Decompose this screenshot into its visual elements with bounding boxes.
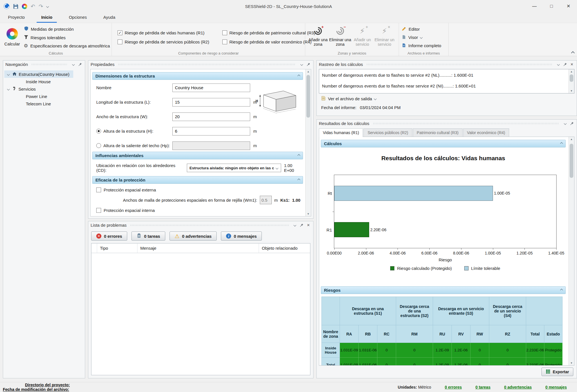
calcular-button[interactable]: Calcular	[2, 24, 23, 50]
maximize-button[interactable]: □	[543, 0, 560, 12]
section-header-influencias[interactable]: Influencias ambientales	[92, 152, 303, 159]
anadir-zona-button[interactable]: + Añadir una zona	[307, 24, 329, 50]
project-directory-label[interactable]: Directorio del proyecto:	[25, 383, 70, 387]
scroll-up-icon[interactable]: ▲	[306, 69, 311, 74]
pin-icon[interactable]	[569, 121, 574, 126]
trace-title-bar[interactable]: Rastreo de los cálculos ✕	[317, 61, 577, 68]
scroll-up-icon[interactable]: ▲	[569, 137, 574, 141]
panel-chevron-icon[interactable]	[292, 223, 297, 228]
errors-filter-button[interactable]: ✕ 0 errores	[91, 232, 127, 241]
tree-item-estructura[interactable]: Estructura(Country House)	[4, 70, 73, 78]
output-file-dropdown[interactable]: Ver el archivo de salida	[321, 96, 577, 101]
status-messages-link[interactable]: 0 mensajes	[545, 385, 567, 389]
pin-icon[interactable]	[78, 62, 83, 67]
scroll-up-icon[interactable]: ▲	[569, 69, 574, 74]
export-button[interactable]: Exportar	[542, 368, 573, 376]
tree-item-power-line[interactable]: Power Line	[4, 93, 51, 100]
eliminar-zona-button[interactable]: − Eliminar una zona	[329, 24, 351, 50]
section-header-eficacia[interactable]: Eficacia de la protección	[92, 176, 303, 184]
informe-completo-button[interactable]: Informe completo	[402, 43, 441, 48]
minimize-button[interactable]: —	[526, 0, 543, 12]
anadir-servicio-button[interactable]: ⚡ + Añadir un servicio	[351, 24, 373, 50]
redo-icon[interactable]: ↷	[39, 4, 43, 9]
ribbon-collapse-chevron-icon[interactable]	[571, 51, 575, 55]
expand-chevron-icon[interactable]	[7, 88, 10, 90]
close-panel-icon[interactable]: ✕	[306, 223, 311, 228]
checkbox-riesgo-r1[interactable]: ✓ Riesgo de pérdida de vidas humanas (R1…	[118, 30, 209, 35]
tree-item-telecom-line[interactable]: Telecom Line	[4, 100, 55, 107]
checkbox-riesgo-r3[interactable]: Riesgo de pérdida de patrimonio cultural…	[222, 30, 315, 35]
problems-title-bar[interactable]: Lista de problemas ✕	[88, 221, 313, 229]
tab-opciones[interactable]: Opciones	[64, 12, 91, 23]
eliminar-servicio-button[interactable]: ⚡ × Eliminar un servicio	[373, 24, 396, 50]
scroll-down-icon[interactable]: ▼	[306, 212, 311, 216]
scrollbar-thumb[interactable]	[570, 144, 573, 178]
panel-chevron-icon[interactable]	[556, 62, 561, 67]
checkbox-riesgo-r2[interactable]: Riesgo de pérdida de servicios públicos …	[118, 39, 209, 44]
riesgos-tolerables-button[interactable]: Riesgos tolerables	[24, 35, 110, 40]
scrollbar-thumb[interactable]	[306, 75, 310, 118]
navigation-title-bar[interactable]: Navegación	[3, 61, 85, 68]
proteccion-externa-checkbox[interactable]: Protección espacial externa	[96, 187, 303, 192]
section-header-riesgos[interactable]: Riesgos	[321, 286, 566, 294]
section-header-dimensiones[interactable]: Dimensiones de la estructura	[92, 72, 303, 80]
header-cell-objeto[interactable]: Objeto relacionado	[259, 243, 310, 253]
altura-radio[interactable]	[96, 129, 101, 134]
checkbox-riesgo-r4[interactable]: Riesgo de pérdida de valor económico (R4…	[222, 39, 315, 44]
warnings-filter-button[interactable]: ⚠ 0 advertencias	[170, 232, 217, 241]
proteccion-interna-checkbox[interactable]: Protección espacial interna	[96, 208, 303, 213]
properties-title-bar[interactable]: Propiedades	[88, 61, 313, 68]
pin-icon[interactable]	[299, 223, 304, 228]
panel-chevron-icon[interactable]	[71, 62, 76, 67]
saliente-input[interactable]	[172, 141, 250, 150]
dropdown-chevron-icon[interactable]	[274, 167, 280, 169]
header-cell-mensaje[interactable]: Mensaje	[137, 243, 259, 253]
especificaciones-descarga-button[interactable]: ⚙ Especificaciones de descarga atmosféri…	[24, 43, 110, 48]
tab-servicios-publicos[interactable]: Servicios públicos (R2)	[363, 128, 412, 137]
tab-vidas-humanas[interactable]: Vidas humanas (R1)	[319, 128, 363, 137]
nombre-input[interactable]	[172, 84, 250, 92]
pin-icon[interactable]	[306, 62, 311, 67]
app-logo-icon[interactable]	[3, 3, 10, 9]
tab-proyecto[interactable]: Proyecto	[3, 12, 29, 23]
visor-dropdown-chevron-icon[interactable]	[420, 36, 423, 39]
file-modified-date-label[interactable]: Fecha de modificación del archivo:	[3, 387, 70, 392]
tab-ayuda[interactable]: Ayuda	[99, 12, 120, 23]
section-header-calculos[interactable]: Cálculos	[321, 140, 566, 147]
titlebar[interactable]: ↶ ↷ SESShield-2D - SL_Country-House-Solu…	[0, 0, 577, 12]
panel-chevron-icon[interactable]	[299, 62, 304, 67]
editor-button[interactable]: Editor	[402, 26, 441, 32]
undo-icon[interactable]: ↶	[31, 4, 35, 9]
scroll-down-icon[interactable]: ▼	[569, 89, 574, 93]
header-cell-tipo[interactable]: Tipo	[97, 243, 137, 253]
pin-icon[interactable]	[563, 62, 568, 67]
tab-valor-economico[interactable]: Valor económico (R4)	[463, 128, 509, 137]
visor-button[interactable]: Visor	[402, 35, 441, 40]
longitud-input[interactable]	[172, 98, 250, 107]
expand-chevron-icon[interactable]	[7, 73, 10, 75]
altura-input[interactable]	[172, 127, 250, 135]
results-scrollbar[interactable]: ▲ ▼	[568, 137, 574, 365]
color-wheel-icon[interactable]	[22, 4, 27, 9]
properties-scrollbar[interactable]: ▲ ▼	[305, 69, 311, 216]
trace-scrollbar[interactable]: ▲ ▼	[568, 69, 574, 93]
saliente-radio[interactable]	[96, 143, 101, 148]
tab-patrimonio-cultural[interactable]: Patrimonio cultural (R3)	[413, 128, 463, 137]
save-icon[interactable]	[13, 4, 18, 9]
scrollbar-thumb[interactable]	[570, 74, 573, 82]
panel-chevron-icon[interactable]	[563, 121, 568, 126]
messages-filter-button[interactable]: i 0 mensajes	[221, 232, 262, 241]
ancho-input[interactable]	[172, 112, 250, 121]
results-title-bar[interactable]: Resultados de los cálculos	[317, 120, 577, 127]
ubicacion-dropdown[interactable]: Estructura aislada: ningún otro objeto e…	[187, 164, 281, 172]
close-panel-icon[interactable]: ✕	[569, 62, 574, 67]
tab-inicio[interactable]: Inicio	[37, 12, 57, 23]
status-tasks-link[interactable]: 0 tareas	[475, 385, 490, 389]
tasks-filter-button[interactable]: 0 tareas	[131, 232, 165, 241]
medidas-proteccion-button[interactable]: Medidas de protección	[24, 26, 110, 32]
scroll-down-icon[interactable]: ▼	[569, 361, 574, 365]
close-button[interactable]: ✕	[560, 0, 577, 12]
status-warnings-link[interactable]: 0 advertencias	[504, 385, 532, 389]
customize-toolbar-chevron-icon[interactable]	[46, 5, 49, 8]
tree-item-servicios[interactable]: Servicios	[4, 85, 40, 93]
